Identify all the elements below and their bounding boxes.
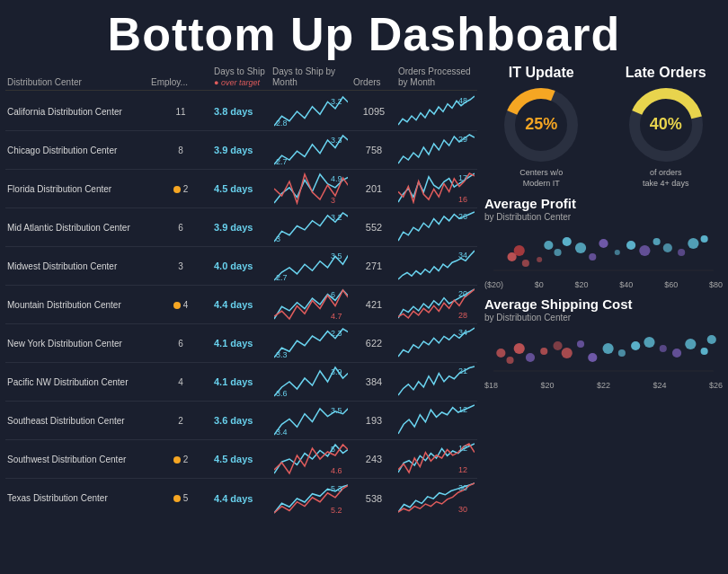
svg-text:2.7: 2.7 <box>276 273 288 282</box>
table-row: Southwest Distribution Center 2 4.5 days… <box>5 440 477 479</box>
svg-point-71 <box>618 349 626 357</box>
col-header-employees: Employ... <box>149 77 212 88</box>
svg-text:3.4: 3.4 <box>276 428 288 437</box>
orders-by-month: 20 28 <box>396 287 477 322</box>
svg-point-51 <box>599 239 608 248</box>
svg-text:17: 17 <box>458 173 467 182</box>
days-to-ship-month: 4.9 3 <box>271 172 351 205</box>
svg-text:2.3: 2.3 <box>331 329 342 338</box>
days-to-ship-month: 3.2 2.8 <box>271 95 351 128</box>
col-header-center: Distribution Center <box>5 77 149 88</box>
days-to-ship: 4.4 days <box>212 493 271 504</box>
days-to-ship: 4.5 days <box>212 454 271 464</box>
orders-count: 1095 <box>351 106 396 117</box>
orders-count: 421 <box>351 299 396 310</box>
svg-point-59 <box>701 235 708 243</box>
svg-point-66 <box>553 341 562 350</box>
col-header-orders: Orders <box>351 77 396 88</box>
svg-point-53 <box>626 241 635 250</box>
svg-text:26: 26 <box>458 212 467 221</box>
svg-text:2.8: 2.8 <box>276 119 288 128</box>
orders-by-month: 17 16 <box>396 172 477 206</box>
svg-point-61 <box>496 349 505 358</box>
svg-text:4.6: 4.6 <box>331 466 342 475</box>
days-to-ship: 3.9 days <box>212 145 271 155</box>
orders-by-month: 34 <box>396 249 477 283</box>
svg-text:30: 30 <box>458 505 467 514</box>
svg-point-67 <box>562 348 573 358</box>
svg-point-52 <box>615 250 620 255</box>
svg-point-78 <box>707 335 716 344</box>
left-panel: Distribution Center Employ... Days to Sh… <box>5 65 477 569</box>
days-to-ship: 3.8 days <box>212 106 271 117</box>
svg-text:12: 12 <box>458 405 467 414</box>
svg-text:3: 3 <box>276 234 280 243</box>
svg-text:3: 3 <box>331 196 335 205</box>
days-to-ship: 4.5 days <box>212 183 271 194</box>
employee-count: 2 <box>149 455 212 464</box>
svg-point-48 <box>563 237 572 246</box>
svg-text:5.2: 5.2 <box>331 506 342 515</box>
svg-text:4.9: 4.9 <box>331 174 342 183</box>
center-name: Southwest Distribution Center <box>5 454 149 465</box>
svg-point-62 <box>506 357 513 364</box>
late-orders-subtitle: of orderstake 4+ days <box>643 168 688 189</box>
svg-point-77 <box>701 348 708 355</box>
days-to-ship-month: 5 4.6 <box>271 443 351 475</box>
svg-text:29: 29 <box>458 135 467 144</box>
orders-count: 193 <box>351 415 396 426</box>
warning-dot <box>173 495 181 502</box>
orders-count: 271 <box>351 261 396 271</box>
svg-point-46 <box>544 241 553 250</box>
svg-point-54 <box>639 245 650 256</box>
center-name: Mid Atlantic Distribution Center <box>5 222 149 234</box>
svg-text:16: 16 <box>458 195 467 204</box>
employee-count: 8 <box>149 146 212 155</box>
warning-dot <box>173 456 181 464</box>
main-content: Distribution Center Employ... Days to Sh… <box>0 65 728 574</box>
days-to-ship: 3.6 days <box>212 415 271 426</box>
svg-text:3.5: 3.5 <box>331 252 342 261</box>
svg-point-70 <box>602 343 613 354</box>
right-panel: IT Update 25% Centers w/oModern IT Late … <box>484 65 723 569</box>
days-to-ship-month: 3.5 3.4 <box>271 404 351 437</box>
late-orders-title: Late Orders <box>626 65 706 81</box>
table-row: Chicago Distribution Center 8 3.9 days 3… <box>5 131 477 170</box>
orders-by-month: 29 <box>396 133 477 167</box>
days-to-ship-month: 3.3 2.7 <box>271 134 351 166</box>
orders-by-month: 34 <box>396 326 477 360</box>
svg-text:6: 6 <box>331 290 335 299</box>
orders-count: 384 <box>351 376 396 387</box>
center-name: Southeast Distribution Center <box>5 415 149 427</box>
days-to-ship-month: 2.3 3.3 <box>271 327 351 359</box>
avg-profit-chart <box>484 225 723 279</box>
avg-shipping-section: Average Shipping Cost by Distribution Ce… <box>484 296 723 390</box>
center-name: Midwest Distribution Center <box>5 261 149 272</box>
orders-by-month: 21 <box>396 365 477 399</box>
employee-count: 11 <box>149 107 212 117</box>
orders-count: 243 <box>351 454 396 464</box>
late-orders-donut: 40% <box>626 84 706 165</box>
svg-text:48: 48 <box>458 96 467 105</box>
days-to-ship-month: 5.3 5.2 <box>271 482 351 515</box>
col-header-days-ship: Days to Ship ● over target <box>212 66 271 88</box>
avg-profit-title: Average Profit <box>484 196 723 211</box>
table-row: Midwest Distribution Center 3 4.0 days 3… <box>5 247 477 286</box>
svg-text:3.3: 3.3 <box>276 350 288 359</box>
center-name: California Distribution Center <box>5 106 149 118</box>
svg-text:12: 12 <box>458 444 467 453</box>
svg-text:3.9: 3.9 <box>331 367 342 376</box>
table-header: Distribution Center Employ... Days to Sh… <box>5 65 477 91</box>
employee-count: 4 <box>149 377 212 387</box>
svg-point-65 <box>540 348 547 355</box>
top-metrics: IT Update 25% Centers w/oModern IT Late … <box>484 65 723 189</box>
days-to-ship: 4.4 days <box>212 299 271 310</box>
svg-point-56 <box>663 243 672 252</box>
avg-shipping-title: Average Shipping Cost <box>484 296 723 312</box>
svg-point-68 <box>577 340 584 348</box>
svg-text:5: 5 <box>331 445 335 454</box>
svg-text:2.7: 2.7 <box>276 157 288 166</box>
days-to-ship: 3.9 days <box>212 222 271 233</box>
svg-text:3.2: 3.2 <box>331 213 342 222</box>
days-to-ship-month: 3.9 3.6 <box>271 366 351 398</box>
